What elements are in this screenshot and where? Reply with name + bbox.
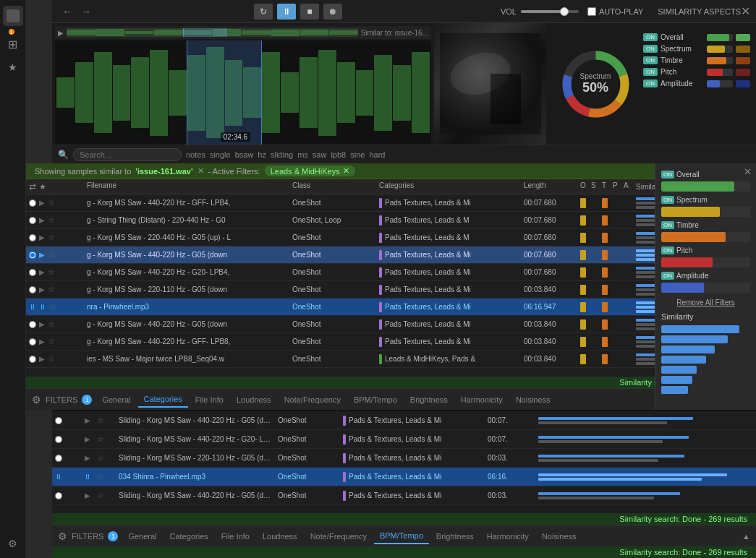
col-categories[interactable]: Categories: [376, 181, 521, 192]
settings-icon-bottom[interactable]: ⚙: [58, 531, 67, 542]
tab-note-freq-bottom[interactable]: Note/Frequency: [305, 529, 373, 544]
aspect-on-timbre[interactable]: ON: [643, 56, 658, 64]
tag-notes[interactable]: notes: [186, 150, 205, 159]
table-row[interactable]: ▶ ☆ g - Korg MS Saw - 440-220 Hz - GFF- …: [26, 194, 756, 212]
search-input[interactable]: [73, 148, 182, 161]
col-t[interactable]: T: [600, 181, 611, 192]
close-panel-button[interactable]: ✕: [744, 166, 752, 177]
bottom-row[interactable]: ⏸ ⏸ ☆ 034 Shinra - Pinwheel.mp3 OneShot …: [52, 468, 756, 486]
star-btn[interactable]: ☆: [48, 233, 55, 242]
tab-categories-bottom[interactable]: Categories: [164, 529, 214, 544]
record-button[interactable]: ⏺: [323, 4, 342, 20]
play-btn[interactable]: ▶: [38, 233, 46, 242]
table-row[interactable]: ▶ ☆ g - Korg MS Saw - 440-220 Hz - GFF- …: [26, 333, 756, 351]
tag-bsaw[interactable]: bsaw: [235, 150, 254, 159]
play-btn[interactable]: ▶: [38, 250, 46, 259]
star-btn[interactable]: ☆: [48, 215, 55, 225]
tab-brightness-bottom[interactable]: Brightness: [430, 529, 480, 544]
table-row[interactable]: ▶ ☆ ies - MS Saw - Major twice LPB8_Seq0…: [26, 351, 756, 368]
play-btn[interactable]: ▶: [38, 267, 46, 277]
col-a[interactable]: A: [622, 181, 633, 192]
bottom-row[interactable]: ▶ ☆ Sliding - Korg MS Saw - 440-220 Hz -…: [52, 411, 756, 430]
mini-play-button[interactable]: ▶: [58, 29, 64, 37]
aspect-on-pitch[interactable]: ON: [643, 68, 658, 76]
tag-ms[interactable]: ms: [297, 150, 308, 159]
col-length[interactable]: Length: [521, 181, 579, 192]
star-btn[interactable]: ☆: [97, 472, 116, 481]
star-icon[interactable]: ★: [5, 59, 20, 76]
table-row[interactable]: ▶ ☆ g - Korg MS Saw - 440-220 Hz - G05 (…: [26, 246, 756, 264]
tab-categories[interactable]: Categories: [138, 392, 188, 408]
play-btn[interactable]: ▶: [78, 435, 97, 443]
table-row[interactable]: ▶ ☆ g - Korg MS Saw - 440-220 Hz - G20- …: [26, 264, 756, 281]
star-btn[interactable]: ☆: [49, 302, 56, 312]
aspect-on-amplitude[interactable]: ON: [643, 80, 658, 87]
tab-harmonicity[interactable]: Harmonicity: [455, 392, 509, 407]
star-btn[interactable]: ☆: [48, 267, 55, 277]
star-icon[interactable]: ★: [39, 182, 46, 192]
bottom-row[interactable]: ▶ ☆ Sliding - Korg MS Saw - 220-110 Hz -…: [52, 449, 756, 468]
tab-general-bottom[interactable]: General: [122, 529, 162, 544]
collapse-tabs-btn-bottom[interactable]: ▲: [742, 532, 750, 541]
panel-on-spectrum[interactable]: ON: [661, 196, 674, 204]
aspect-on-spectrum[interactable]: ON: [643, 45, 658, 53]
tab-general[interactable]: General: [96, 392, 136, 407]
tag-sliding[interactable]: sliding: [271, 150, 293, 159]
play-btn[interactable]: ▶: [38, 354, 46, 364]
bottom-row[interactable]: ▶ ☆ Sliding - Korg MS Saw - 440-220 Hz -…: [52, 486, 756, 505]
grid-icon[interactable]: ⊞: [5, 35, 20, 54]
bottom-row[interactable]: ▶ ☆ Sliding - Korg MS Saw - 440-220 Hz -…: [52, 430, 756, 449]
volume-slider[interactable]: [521, 10, 579, 13]
tag-sine[interactable]: sine: [350, 150, 365, 159]
shuffle-icon[interactable]: ⇄: [29, 181, 36, 192]
play-btn[interactable]: ▶: [78, 454, 97, 462]
loop-button[interactable]: ↻: [254, 4, 273, 20]
tab-loudness[interactable]: Loudness: [231, 392, 277, 407]
play-btn[interactable]: ▶: [38, 337, 46, 346]
star-btn[interactable]: ☆: [97, 453, 116, 463]
tag-lpb8[interactable]: lpb8: [331, 150, 346, 159]
tag-hard[interactable]: hard: [369, 150, 385, 159]
back-button[interactable]: ←: [58, 4, 77, 19]
panel-on-timbre[interactable]: ON: [661, 221, 674, 229]
tag-single[interactable]: single: [210, 150, 231, 159]
tab-noisiness[interactable]: Noisiness: [510, 392, 556, 407]
aspect-on-overall[interactable]: ON: [643, 33, 658, 41]
star-btn[interactable]: ☆: [48, 354, 55, 364]
play-btn[interactable]: ▶: [38, 215, 46, 225]
play-btn[interactable]: ▶: [78, 492, 97, 499]
settings-icon[interactable]: ⚙: [32, 394, 41, 405]
star-btn[interactable]: ☆: [48, 250, 55, 259]
table-row[interactable]: ▶ ☆ g - Korg MS Saw - 440-220 Hz - G05 (…: [26, 316, 756, 333]
table-row[interactable]: ⏸ ⏸ ☆ nra - Pinwheel.mp3 OneShot Pads Te…: [26, 299, 756, 316]
col-filename[interactable]: Filename: [84, 181, 289, 192]
tab-file-info[interactable]: File Info: [190, 392, 229, 407]
table-row[interactable]: ▶ ☆ g - String Thing (Distant) - 220-440…: [26, 212, 756, 229]
table-row[interactable]: ▶ ☆ g - Korg MS Saw - 220-110 Hz - G05 (…: [26, 281, 756, 299]
star-btn[interactable]: ☆: [97, 434, 116, 444]
tab-brightness[interactable]: Brightness: [404, 392, 454, 407]
panel-on-pitch[interactable]: ON: [661, 246, 674, 254]
tab-loudness-bottom[interactable]: Loudness: [257, 529, 303, 544]
panel-remove-all-button[interactable]: Remove All Filters: [661, 299, 750, 306]
tab-note-freq[interactable]: Note/Frequency: [279, 392, 347, 407]
star-btn[interactable]: ☆: [48, 198, 55, 207]
panel-on-overall[interactable]: ON: [661, 171, 674, 179]
play-btn[interactable]: ▶: [38, 319, 46, 329]
table-row[interactable]: ▶ ☆ g - Korg MS Saw - 220-440 Hz - G05 (…: [26, 229, 756, 246]
tab-noisiness-bottom[interactable]: Noisiness: [536, 529, 582, 544]
forward-button[interactable]: →: [77, 4, 95, 19]
tab-harmonicity-bottom[interactable]: Harmonicity: [481, 529, 535, 544]
col-p[interactable]: P: [611, 181, 622, 192]
col-class[interactable]: Class: [289, 181, 376, 192]
play-btn[interactable]: ▶: [38, 198, 46, 207]
col-o[interactable]: O: [579, 181, 590, 192]
play-btn[interactable]: ▶: [78, 416, 97, 424]
tag-hz[interactable]: hz: [258, 150, 266, 159]
tab-bpm-tempo[interactable]: BPM/Tempo: [348, 392, 403, 407]
panel-on-amplitude[interactable]: ON: [661, 272, 674, 280]
close-filter-tag[interactable]: ✕: [343, 166, 349, 176]
stop-button[interactable]: ■: [300, 4, 319, 20]
star-btn[interactable]: ☆: [97, 491, 116, 500]
close-player-button[interactable]: ✕: [741, 4, 750, 18]
